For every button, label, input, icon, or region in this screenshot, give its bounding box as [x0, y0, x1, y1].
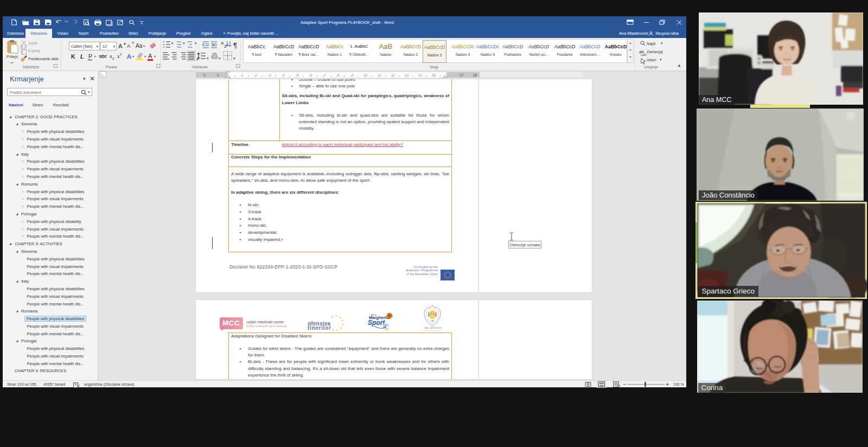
svg-text:K: K: [71, 53, 75, 60]
svg-text:Aa: Aa: [136, 43, 143, 49]
svg-text:P: P: [88, 53, 92, 60]
svg-text:2: 2: [120, 53, 122, 56]
svg-text:▾: ▾: [154, 55, 156, 58]
svg-text:Zamenjaj: Zamenjaj: [647, 49, 663, 54]
svg-text:Izreži: Izreži: [28, 41, 37, 45]
svg-text:Najdi: Najdi: [647, 41, 656, 46]
svg-text:a apoiar o nosso futuro, afina: a apoiar o nosso futuro, afinal, hoje: [424, 330, 442, 331]
svg-text:▾: ▾: [132, 55, 134, 58]
svg-text:abc: abc: [99, 54, 107, 59]
svg-text:▾: ▾: [233, 56, 235, 60]
svg-text:L: L: [80, 53, 84, 60]
svg-text:▾: ▾: [183, 41, 185, 45]
svg-text:¶: ¶: [233, 41, 237, 49]
svg-text:▾: ▾: [219, 56, 221, 60]
svg-text:Prilepi: Prilepi: [7, 54, 18, 59]
svg-text:▾: ▾: [144, 55, 146, 58]
svg-text:A: A: [127, 53, 131, 60]
svg-text:▲: ▲: [123, 42, 126, 45]
svg-text:▾: ▾: [660, 58, 662, 61]
svg-text:▾: ▾: [196, 58, 199, 61]
svg-text:▼: ▼: [131, 41, 135, 44]
svg-text:▾: ▾: [207, 56, 209, 60]
svg-text:▾: ▾: [143, 44, 145, 48]
svg-text:2: 2: [112, 57, 114, 60]
svg-text:Preslikovalnik oblik: Preslikovalnik oblik: [28, 57, 59, 61]
svg-text:A: A: [127, 43, 131, 49]
svg-text:Kopiraj: Kopiraj: [28, 49, 40, 53]
svg-text:Z: Z: [224, 44, 227, 49]
svg-text:A: A: [118, 43, 123, 49]
svg-text:▾: ▾: [661, 41, 663, 45]
svg-text:▾: ▾: [171, 41, 174, 45]
svg-text:UNIÃO DAS FREGUESIAS: UNIÃO DAS FREGUESIAS: [424, 327, 442, 329]
svg-text:▾: ▾: [94, 55, 96, 58]
svg-text:Izberi: Izberi: [647, 58, 656, 62]
svg-text:A: A: [148, 53, 152, 59]
svg-text:V: V: [383, 324, 386, 329]
svg-text:▾: ▾: [195, 41, 197, 45]
